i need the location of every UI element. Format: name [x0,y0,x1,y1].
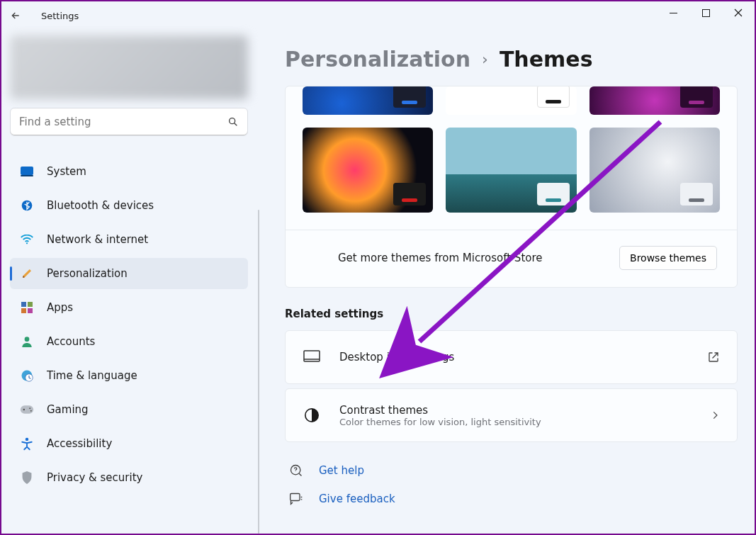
person-icon [20,334,34,349]
get-help-link[interactable]: Get help [285,456,738,485]
chevron-right-icon [710,410,720,420]
clock-globe-icon [20,368,34,383]
sidebar-item-apps[interactable]: Apps [10,292,248,323]
sidebar-item-label: Network & internet [47,233,148,246]
user-profile-card[interactable] [10,35,248,99]
theme-tile[interactable] [589,128,720,213]
give-feedback-link[interactable]: Give feedback [285,485,738,513]
svg-rect-7 [28,302,33,307]
apps-icon [20,300,34,315]
svg-point-14 [23,409,26,411]
sidebar-item-accessibility[interactable]: Accessibility [10,428,248,459]
breadcrumb: Personalization › Themes [285,47,738,72]
search-input[interactable] [19,116,227,128]
sidebar-item-time[interactable]: Time & language [10,360,248,391]
row-title: Desktop icon settings [339,351,689,364]
theme-tile[interactable] [446,128,576,213]
sidebar-item-label: Bluetooth & devices [47,199,154,212]
svg-rect-13 [21,405,33,414]
app-title: Settings [41,11,79,21]
desktop-icon-settings-row[interactable]: Desktop icon settings [285,330,738,384]
sidebar-item-gaming[interactable]: Gaming [10,394,248,425]
contrast-themes-row[interactable]: Contrast themes Color themes for low vis… [285,388,738,442]
theme-tile[interactable] [303,86,433,115]
wifi-icon [20,232,34,247]
minimize-button[interactable] [657,1,689,24]
paintbrush-icon [20,266,34,281]
monitor-outline-icon [303,350,321,364]
sidebar-item-label: Accessibility [47,437,112,450]
accessibility-icon [20,437,34,451]
sidebar-divider [258,210,259,534]
svg-point-5 [26,242,28,244]
bluetooth-icon [20,198,34,213]
sidebar-item-label: System [47,165,86,178]
sidebar-item-label: Time & language [47,369,137,382]
sidebar: System Bluetooth & devices Network & int… [1,30,256,534]
gamepad-icon [20,402,34,417]
svg-rect-21 [290,494,300,501]
chevron-right-icon: › [482,50,488,68]
maximize-button[interactable] [689,1,722,24]
shield-icon [20,471,34,485]
svg-rect-2 [21,167,33,175]
link-label: Get help [319,464,364,477]
monitor-icon [20,164,34,179]
svg-point-15 [29,407,30,409]
link-label: Give feedback [319,492,395,505]
search-icon [227,116,239,128]
title-bar: Settings [1,1,755,30]
svg-point-10 [25,337,30,342]
close-button[interactable] [722,1,755,24]
svg-point-1 [230,118,235,124]
sidebar-item-bluetooth[interactable]: Bluetooth & devices [10,190,248,221]
related-settings-heading: Related settings [285,308,738,320]
sidebar-item-label: Accounts [47,335,95,348]
content-area: Personalization › Themes [256,30,755,534]
svg-point-17 [26,438,29,441]
svg-rect-3 [21,175,33,176]
sidebar-item-system[interactable]: System [10,156,248,187]
svg-rect-6 [21,302,26,307]
svg-point-16 [30,410,32,412]
row-subtitle: Color themes for low vision, light sensi… [339,417,692,427]
browse-themes-button[interactable]: Browse themes [619,246,717,270]
contrast-icon [303,407,321,423]
help-icon [288,463,305,478]
row-title: Contrast themes [339,404,692,417]
breadcrumb-current: Themes [500,47,593,72]
theme-tile[interactable] [303,128,433,213]
sidebar-item-privacy[interactable]: Privacy & security [10,462,248,493]
sidebar-item-label: Personalization [47,267,128,280]
sidebar-item-label: Privacy & security [47,471,142,484]
svg-rect-0 [702,9,709,16]
sidebar-item-label: Apps [47,301,73,314]
sidebar-item-accounts[interactable]: Accounts [10,326,248,357]
store-text: Get more themes from Microsoft Store [338,252,543,264]
breadcrumb-parent[interactable]: Personalization [285,47,470,72]
open-external-icon [707,351,720,364]
sidebar-item-network[interactable]: Network & internet [10,224,248,255]
theme-tile[interactable] [589,86,720,115]
svg-rect-9 [28,308,33,313]
sidebar-item-label: Gaming [47,403,89,416]
svg-rect-8 [21,308,26,313]
back-button[interactable] [1,1,30,30]
feedback-icon [288,492,305,506]
sidebar-item-personalization[interactable]: Personalization [10,258,248,289]
themes-panel: Get more themes from Microsoft Store Bro… [285,86,738,288]
search-box[interactable] [10,108,248,136]
theme-tile[interactable] [446,86,576,115]
